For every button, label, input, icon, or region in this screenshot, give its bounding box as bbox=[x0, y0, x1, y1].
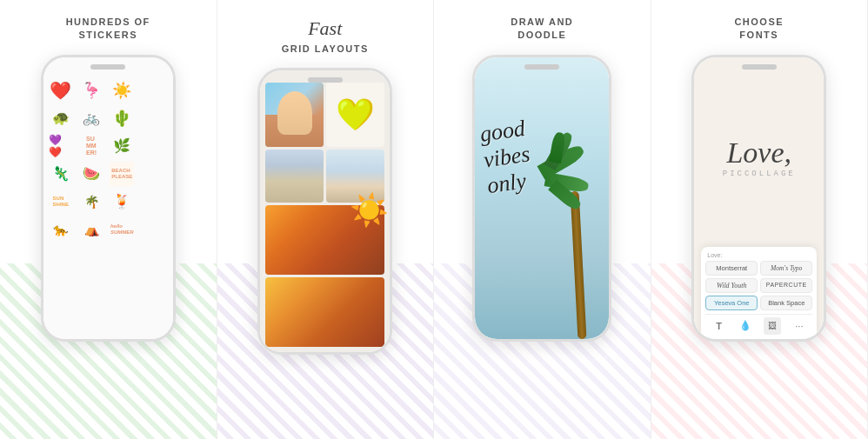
sticker-leopard: 🐆 bbox=[49, 217, 73, 242]
grid-photo-pier bbox=[265, 150, 324, 203]
font-tools-row: T 💧 🖼 ··· bbox=[705, 314, 812, 335]
phone-screen-2: 💛 ☀️ bbox=[260, 70, 390, 352]
font-option-yeseva[interactable]: Yeseva One bbox=[705, 296, 758, 310]
grid-photo-girls bbox=[265, 83, 324, 147]
sticker-hearts: 💜❤️ bbox=[49, 134, 73, 158]
font-tool-more[interactable]: ··· bbox=[791, 317, 808, 335]
palm-tree bbox=[526, 148, 604, 339]
sticker-watermelon: 🍉 bbox=[79, 162, 103, 186]
sticker-beach-text: BEACHPLEASE bbox=[110, 162, 134, 186]
sticker-lizard: 🦎 bbox=[49, 162, 73, 186]
font-option-moms-typo[interactable]: Mom's Typo bbox=[760, 261, 812, 276]
font-tool-color[interactable]: 💧 bbox=[737, 317, 754, 335]
font-love-text: Love, bbox=[726, 138, 791, 168]
sticker-empty5 bbox=[141, 190, 165, 214]
doodle-panel: DRAW AND DOODLE goodvibesonly bbox=[434, 0, 651, 439]
sticker-heart: ❤️ bbox=[49, 78, 73, 103]
sticker-hello-summer: helloSUMMER bbox=[110, 217, 134, 242]
panel-1-title: HUNDREDS OF STICKERS bbox=[66, 16, 150, 43]
font-grid: Montserrat Mom's Typo Wild Youth PAPERCU… bbox=[705, 261, 812, 310]
doodle-text-good: goodvibesonly bbox=[478, 116, 535, 199]
sticker-empty4 bbox=[141, 162, 165, 186]
sticker-sun-text: SUNSHINE bbox=[49, 190, 73, 214]
stickers-panel: HUNDREDS OF STICKERS ❤️ 🦩 ☀️ 🐢 🚲 🌵 💜❤️ S… bbox=[0, 0, 217, 439]
phone-mockup-2: 💛 ☀️ bbox=[257, 68, 392, 355]
phone-screen-3: goodvibesonly bbox=[475, 57, 609, 339]
font-label: Love: bbox=[705, 252, 812, 258]
sticker-tent: ⛺ bbox=[79, 217, 103, 242]
grid-panel: Fast GRID LAYOUTS 💛 bbox=[217, 0, 435, 439]
phone-pill-3 bbox=[524, 64, 559, 70]
fonts-panel: CHOOSE FONTS Love, PICCOLLAGE Love: Mont… bbox=[651, 0, 869, 439]
font-tool-image[interactable]: 🖼 bbox=[764, 317, 781, 335]
phone-mockup-1: ❤️ 🦩 ☀️ 🐢 🚲 🌵 💜❤️ SUMMER! 🌿 🦎 🍉 BEACHPLE… bbox=[41, 55, 176, 342]
font-brand-text: PICCOLLAGE bbox=[723, 170, 796, 178]
font-tool-text[interactable]: T bbox=[711, 317, 728, 335]
sun-sticker: ☀️ bbox=[350, 192, 389, 229]
font-picker-panel: Love: Montserrat Mom's Typo Wild Youth P… bbox=[701, 247, 817, 339]
font-preview-area: Love, PICCOLLAGE bbox=[701, 70, 817, 247]
sticker-sun: ☀️ bbox=[110, 78, 134, 103]
phone-mockup-3: goodvibesonly bbox=[472, 55, 611, 342]
phone-screen-1: ❤️ 🦩 ☀️ 🐢 🚲 🌵 💜❤️ SUMMER! 🌿 🦎 🍉 BEACHPLE… bbox=[43, 57, 173, 339]
phone-pill-1 bbox=[90, 64, 125, 70]
font-option-wild-youth[interactable]: Wild Youth bbox=[705, 278, 758, 293]
phone-pill-2 bbox=[308, 77, 343, 83]
font-option-papercute[interactable]: PAPERCUTE bbox=[760, 278, 812, 293]
sticker-summer-text: SUMMER! bbox=[79, 134, 103, 158]
sticker-palm: 🌴 bbox=[79, 190, 103, 214]
sticker-flamingo: 🦩 bbox=[79, 78, 103, 103]
phone-pill-4 bbox=[742, 64, 777, 70]
panel-2-title: Fast GRID LAYOUTS bbox=[282, 16, 369, 56]
panel-3-title: DRAW AND DOODLE bbox=[511, 16, 573, 43]
phone-screen-4: Love, PICCOLLAGE Love: Montserrat Mom's … bbox=[694, 57, 824, 339]
sticker-empty6 bbox=[141, 217, 165, 242]
sticker-turtle: 🐢 bbox=[49, 106, 73, 130]
sticker-empty3 bbox=[141, 134, 165, 158]
font-option-montserrat[interactable]: Montserrat bbox=[705, 261, 758, 276]
sticker-empty2 bbox=[141, 106, 165, 130]
sticker-cactus: 🌵 bbox=[110, 106, 134, 130]
sticker-bike: 🚲 bbox=[79, 106, 103, 130]
font-option-blank-space[interactable]: Blank Space bbox=[760, 296, 812, 310]
grid-photo-gold-heart: 💛 bbox=[326, 83, 384, 147]
panel-4-title: CHOOSE FONTS bbox=[734, 16, 784, 43]
sticker-empty1 bbox=[141, 78, 165, 103]
phone-mockup-4: Love, PICCOLLAGE Love: Montserrat Mom's … bbox=[691, 55, 826, 342]
sticker-cocktail: 🍹 bbox=[110, 190, 134, 214]
grid-photo-festival bbox=[265, 277, 384, 347]
sticker-leaf: 🌿 bbox=[110, 134, 134, 158]
